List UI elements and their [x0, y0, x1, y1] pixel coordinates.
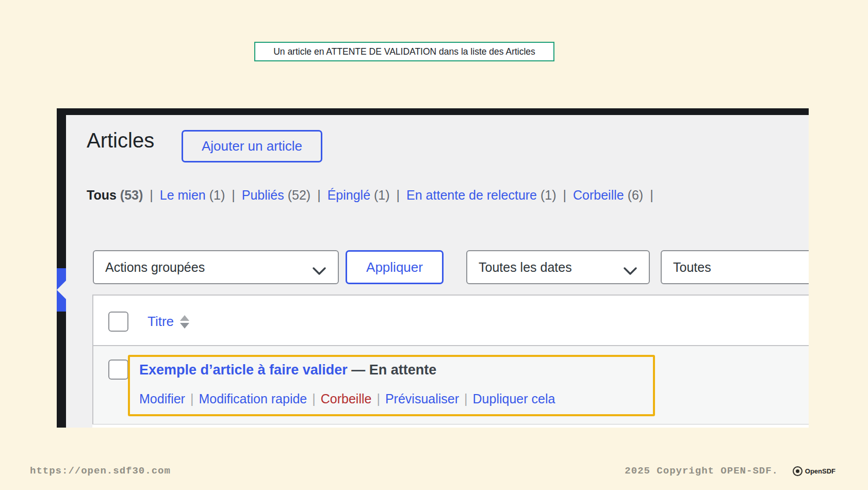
- caption-text: Un article en ATTENTE DE VALIDATION dans…: [273, 46, 535, 57]
- admin-top-bar: [57, 108, 809, 115]
- admin-sidebar-strip: [57, 108, 66, 428]
- dates-filter-select[interactable]: Toutes les dates: [466, 250, 650, 284]
- separator: |: [650, 188, 653, 202]
- page-title: Articles: [87, 129, 154, 152]
- row-title-line: Exemple d’article à faire valider — En a…: [139, 361, 436, 379]
- separator: |: [376, 391, 380, 406]
- row-action-corbeille[interactable]: Corbeille: [321, 391, 372, 406]
- footer-url: https://open.sdf30.com: [30, 465, 171, 477]
- title-column-header[interactable]: Titre: [148, 312, 189, 332]
- filter-link-en-attente-de-relecture[interactable]: En attente de relecture (1): [406, 188, 556, 202]
- status-badge: En attente: [369, 362, 437, 378]
- status-filter-links: Tous (53)|Le mien (1)|Publiés (52)|Éping…: [87, 186, 806, 204]
- wordpress-screenshot: Articles Ajouter un article Tous (53)|Le…: [57, 108, 809, 428]
- filter-link--pingl-[interactable]: Épinglé (1): [327, 188, 390, 202]
- row-action-pr-visualiser[interactable]: Prévisualiser: [385, 391, 459, 406]
- table-header: Titre: [92, 295, 809, 346]
- sidebar-current-item-highlight: [57, 268, 66, 312]
- next-row-edge: [92, 424, 809, 428]
- filter-count: (1): [209, 188, 225, 202]
- status-dash: —: [351, 362, 365, 378]
- row-action-modification-rapide[interactable]: Modification rapide: [199, 391, 307, 406]
- caption-box: Un article en ATTENTE DE VALIDATION dans…: [254, 42, 554, 61]
- sort-asc-icon: [180, 315, 189, 321]
- filter-link-corbeille[interactable]: Corbeille (6): [573, 188, 643, 202]
- chevron-down-icon: [623, 264, 637, 279]
- opensdf-logo-icon: [793, 466, 803, 476]
- sort-desc-icon: [180, 323, 189, 329]
- categories-filter-select[interactable]: Toutes: [661, 250, 809, 284]
- highlight-box: Exemple d’article à faire valider — En a…: [128, 355, 655, 416]
- row-checkbox[interactable]: [108, 360, 128, 380]
- row-action-dupliquer-cela[interactable]: Dupliquer cela: [473, 391, 555, 406]
- select-all-checkbox[interactable]: [108, 312, 128, 332]
- opensdf-logo: OpenSDF: [793, 466, 836, 476]
- apply-button[interactable]: Appliquer: [346, 250, 444, 284]
- opensdf-logo-text: OpenSDF: [805, 467, 836, 475]
- sidebar-arrow-icon: [57, 281, 66, 299]
- page: Un article en ATTENTE DE VALIDATION dans…: [0, 0, 868, 490]
- title-column-label: Titre: [148, 312, 174, 332]
- separator: |: [232, 188, 235, 202]
- filter-count: (1): [541, 188, 556, 202]
- footer-copyright: 2025 Copyright OPEN-SDF.: [625, 465, 778, 477]
- sort-arrows-icon: [180, 315, 189, 329]
- separator: |: [563, 188, 567, 202]
- separator: |: [317, 188, 321, 202]
- filter-link-publi-s[interactable]: Publiés (52): [242, 188, 310, 202]
- filter-count: (53): [120, 188, 143, 202]
- separator: |: [150, 188, 153, 202]
- filter-count: (1): [374, 188, 390, 202]
- filter-link-tous[interactable]: Tous (53): [87, 188, 143, 202]
- chevron-down-icon: [312, 264, 326, 279]
- bulk-actions-select-value: Actions groupées: [105, 260, 205, 275]
- filter-link-le-mien[interactable]: Le mien (1): [160, 188, 225, 202]
- dates-filter-select-value: Toutes les dates: [479, 260, 572, 275]
- separator: |: [397, 188, 400, 202]
- table-row: Exemple d’article à faire valider — En a…: [92, 346, 809, 424]
- filter-count: (6): [628, 188, 644, 202]
- separator: |: [464, 391, 468, 406]
- separator: |: [190, 391, 194, 406]
- separator: |: [312, 391, 316, 406]
- row-actions: Modifier|Modification rapide|Corbeille|P…: [139, 390, 555, 407]
- bulk-actions-select[interactable]: Actions groupées: [93, 250, 339, 284]
- article-title-link[interactable]: Exemple d’article à faire valider: [139, 362, 348, 378]
- add-article-button[interactable]: Ajouter un article: [182, 130, 322, 162]
- row-action-modifier[interactable]: Modifier: [139, 391, 185, 406]
- categories-filter-select-value: Toutes: [673, 260, 711, 275]
- filter-count: (52): [288, 188, 310, 202]
